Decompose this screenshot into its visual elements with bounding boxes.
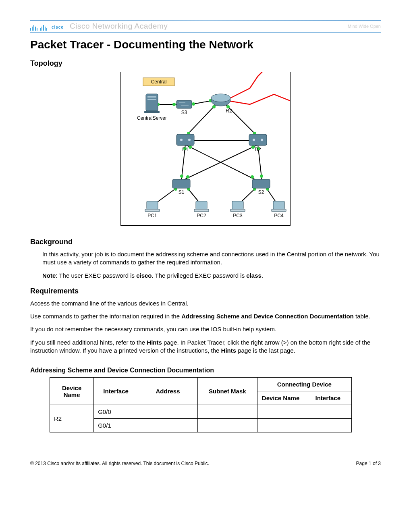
note-label: Note bbox=[42, 272, 56, 279]
th-address: Address bbox=[138, 378, 198, 405]
footer-page: Page 1 of 3 bbox=[356, 461, 381, 466]
svg-rect-44 bbox=[176, 100, 192, 108]
svg-line-2 bbox=[185, 104, 216, 137]
th-interface: Interface bbox=[94, 378, 138, 405]
svg-point-15 bbox=[192, 102, 195, 106]
svg-point-14 bbox=[172, 103, 176, 106]
req-p2: Use commands to gather the information r… bbox=[30, 312, 381, 320]
label-r2: R2 bbox=[226, 108, 232, 114]
label-pc3: PC3 bbox=[233, 213, 243, 218]
note-pw1: cisco bbox=[136, 272, 152, 279]
svg-rect-43 bbox=[147, 99, 156, 100]
cell-cinterface bbox=[304, 419, 352, 432]
section-topology: Topology bbox=[30, 59, 381, 68]
req-p1: Access the command line of the various d… bbox=[30, 299, 381, 308]
svg-rect-42 bbox=[147, 96, 156, 98]
label-server: CentralServer bbox=[137, 115, 167, 121]
label-pc2: PC2 bbox=[197, 213, 206, 218]
academy-title: Cisco Networking Academy bbox=[70, 22, 168, 30]
svg-point-26 bbox=[251, 175, 254, 179]
background-p1: In this activity, your job is to documen… bbox=[42, 250, 381, 267]
page-footer: © 2013 Cisco and/or its affiliates. All … bbox=[30, 449, 381, 466]
background-note: Note: The user EXEC password is cisco. T… bbox=[42, 272, 381, 280]
section-background: Background bbox=[30, 238, 381, 246]
device-d2-icon bbox=[249, 134, 267, 145]
cell-interface: G0/1 bbox=[94, 419, 138, 432]
svg-rect-61 bbox=[232, 201, 243, 209]
cisco-logo-icon bbox=[30, 25, 48, 31]
svg-rect-59 bbox=[196, 201, 207, 209]
device-pc4-icon bbox=[272, 201, 286, 212]
cell-address bbox=[138, 419, 198, 432]
note-t2: . The privileged EXEC password is bbox=[152, 272, 247, 279]
svg-rect-64 bbox=[272, 209, 286, 212]
th-c-device-name: Device Name bbox=[257, 391, 304, 405]
cell-address bbox=[138, 405, 198, 419]
footer-copyright: © 2013 Cisco and/or its affiliates. All … bbox=[30, 461, 209, 466]
header-row: cisco Cisco Networking Academy Mind Wide… bbox=[30, 21, 381, 33]
table-row: G0/1 bbox=[50, 419, 352, 432]
page-title: Packet Tracer - Documenting the Network bbox=[30, 38, 381, 51]
header-left: cisco Cisco Networking Academy bbox=[30, 22, 168, 31]
cisco-logo-text: cisco bbox=[52, 25, 64, 29]
svg-point-27 bbox=[251, 145, 255, 149]
device-r2-icon bbox=[211, 94, 230, 106]
svg-point-48 bbox=[211, 94, 230, 102]
note-t1: : The user EXEC password is bbox=[56, 272, 136, 279]
addressing-table: Device Name Interface Address Subnet Mas… bbox=[50, 377, 352, 432]
cell-cdevice bbox=[257, 405, 304, 419]
label-d2: D2 bbox=[255, 147, 261, 152]
topology-container: Central CentralServer S3 bbox=[30, 72, 381, 226]
section-requirements: Requirements bbox=[30, 287, 381, 295]
device-pc2-icon bbox=[194, 201, 209, 212]
label-s2: S2 bbox=[258, 189, 264, 195]
cell-interface: G0/0 bbox=[94, 405, 138, 419]
svg-rect-52 bbox=[249, 134, 267, 145]
th-connecting-device: Connecting Device bbox=[257, 378, 351, 391]
svg-rect-63 bbox=[273, 201, 284, 209]
note-pw2: class bbox=[246, 272, 262, 279]
device-s1-icon bbox=[172, 179, 190, 188]
svg-rect-57 bbox=[147, 201, 158, 209]
svg-rect-56 bbox=[252, 179, 270, 188]
svg-point-53 bbox=[253, 139, 255, 141]
section-table-heading: Addressing Scheme and Device Connection … bbox=[30, 367, 381, 374]
th-c-interface: Interface bbox=[304, 391, 352, 405]
note-t3: . bbox=[262, 272, 263, 279]
svg-point-25 bbox=[189, 145, 192, 149]
svg-rect-62 bbox=[230, 209, 245, 212]
svg-point-28 bbox=[186, 175, 189, 179]
svg-point-51 bbox=[188, 139, 191, 141]
table-row: R2 G0/0 bbox=[50, 405, 352, 419]
cell-mask bbox=[198, 405, 257, 419]
cell-cdevice bbox=[257, 419, 304, 432]
label-s1: S1 bbox=[179, 189, 185, 195]
cell-device: R2 bbox=[50, 405, 94, 432]
req-p4: If you still need additional hints, refe… bbox=[30, 339, 381, 355]
svg-point-54 bbox=[261, 139, 263, 141]
svg-point-24 bbox=[180, 175, 183, 178]
label-s3: S3 bbox=[181, 110, 187, 115]
device-d1-icon bbox=[176, 134, 194, 145]
device-s2-icon bbox=[252, 179, 270, 188]
th-subnet: Subnet Mask bbox=[198, 378, 257, 405]
svg-point-17 bbox=[212, 105, 216, 108]
topology-diagram: Central CentralServer S3 bbox=[120, 72, 291, 226]
device-pc3-icon bbox=[230, 201, 245, 212]
svg-rect-58 bbox=[145, 209, 160, 212]
tagline: Mind Wide Open bbox=[348, 24, 381, 29]
label-pc1: PC1 bbox=[147, 213, 157, 218]
document-page: cisco Cisco Networking Academy Mind Wide… bbox=[0, 0, 411, 478]
device-pc1-icon bbox=[145, 201, 160, 212]
label-d1: D1 bbox=[182, 147, 189, 152]
device-server-icon bbox=[144, 94, 160, 113]
svg-rect-49 bbox=[176, 134, 194, 145]
req-p3: If you do not remember the necessary com… bbox=[30, 325, 381, 333]
label-pc4: PC4 bbox=[274, 213, 284, 218]
th-device-name: Device Name bbox=[50, 378, 94, 405]
cell-mask bbox=[198, 419, 257, 432]
label-central: Central bbox=[151, 79, 167, 85]
svg-point-30 bbox=[260, 175, 263, 178]
svg-rect-41 bbox=[144, 111, 160, 113]
cell-cinterface bbox=[304, 405, 352, 419]
